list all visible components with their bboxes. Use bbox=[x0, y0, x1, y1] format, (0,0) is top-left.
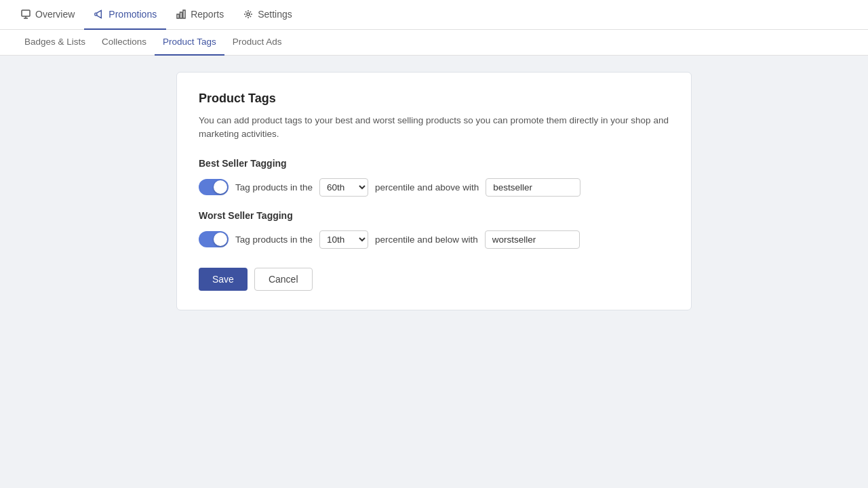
worst-seller-section-title: Worst Seller Tagging bbox=[199, 210, 669, 221]
nav-item-overview[interactable]: Overview bbox=[11, 0, 84, 30]
worst-seller-percentile-after-label: percentile and below with bbox=[375, 235, 478, 245]
sub-nav: Badges & Lists Collections Product Tags … bbox=[0, 30, 868, 56]
subnav-collections[interactable]: Collections bbox=[94, 30, 155, 56]
svg-point-6 bbox=[247, 13, 250, 16]
save-button[interactable]: Save bbox=[199, 268, 248, 291]
nav-label-settings: Settings bbox=[258, 9, 292, 20]
best-seller-percentile-select[interactable]: 10th 20th 30th 40th 50th 60th 70th 80th … bbox=[319, 178, 368, 197]
worst-seller-row: Tag products in the 5th 10th 15th 20th 2… bbox=[199, 230, 669, 249]
svg-rect-5 bbox=[183, 10, 185, 18]
top-nav: Overview Promotions Reports Setting bbox=[0, 0, 868, 30]
best-seller-section-title: Best Seller Tagging bbox=[199, 158, 669, 169]
best-seller-percentile-after-label: percentile and above with bbox=[375, 182, 479, 192]
gear-icon bbox=[243, 9, 254, 20]
product-tags-card: Product Tags You can add product tags to… bbox=[176, 72, 692, 310]
worst-seller-percentile-select[interactable]: 5th 10th 15th 20th 25th 30th bbox=[319, 230, 368, 249]
card-description: You can add product tags to your best an… bbox=[199, 114, 669, 142]
nav-label-promotions: Promotions bbox=[108, 9, 157, 20]
best-seller-toggle-thumb bbox=[214, 180, 227, 194]
monitor-icon bbox=[20, 9, 31, 20]
svg-rect-3 bbox=[177, 14, 179, 18]
best-seller-tag-products-label: Tag products in the bbox=[235, 182, 313, 192]
nav-label-reports: Reports bbox=[191, 9, 224, 20]
nav-item-settings[interactable]: Settings bbox=[233, 0, 302, 30]
best-seller-tag-input[interactable] bbox=[486, 178, 580, 197]
best-seller-row: Tag products in the 10th 20th 30th 40th … bbox=[199, 178, 669, 197]
worst-seller-toggle-thumb bbox=[214, 232, 227, 246]
subnav-badges-lists[interactable]: Badges & Lists bbox=[16, 30, 94, 56]
nav-item-reports[interactable]: Reports bbox=[166, 0, 233, 30]
svg-rect-0 bbox=[22, 10, 30, 16]
worst-seller-toggle[interactable] bbox=[199, 231, 229, 247]
nav-label-overview: Overview bbox=[35, 9, 75, 20]
subnav-product-tags[interactable]: Product Tags bbox=[155, 30, 224, 56]
worst-seller-tag-products-label: Tag products in the bbox=[235, 235, 313, 245]
megaphone-icon bbox=[94, 9, 104, 20]
chart-icon bbox=[176, 9, 186, 20]
button-row: Save Cancel bbox=[199, 268, 669, 291]
worst-seller-tag-input[interactable] bbox=[485, 230, 580, 249]
cancel-button[interactable]: Cancel bbox=[254, 268, 313, 291]
nav-item-promotions[interactable]: Promotions bbox=[84, 0, 166, 30]
svg-rect-4 bbox=[180, 12, 182, 18]
best-seller-toggle[interactable] bbox=[199, 179, 229, 195]
subnav-product-ads[interactable]: Product Ads bbox=[224, 30, 290, 56]
main-content: Product Tags You can add product tags to… bbox=[0, 56, 868, 327]
card-title: Product Tags bbox=[199, 92, 669, 106]
